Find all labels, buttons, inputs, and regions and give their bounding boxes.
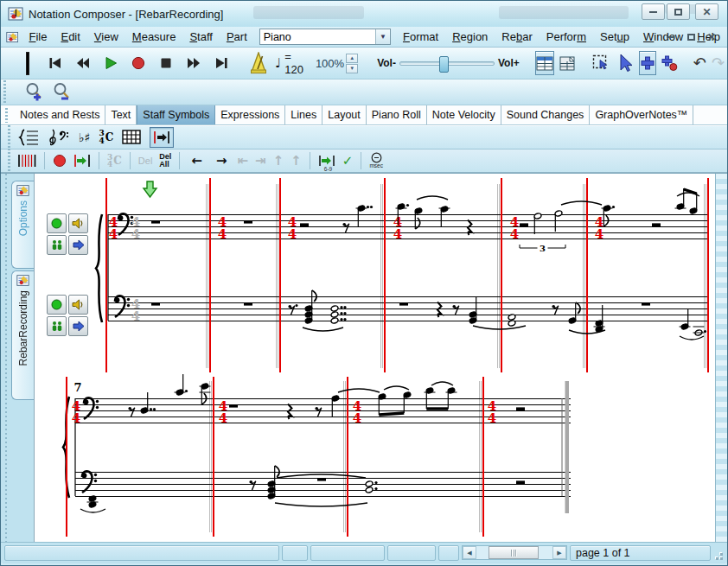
palette-tab-note-velocity[interactable]: Note Velocity: [427, 105, 501, 124]
panel-grip[interactable]: [3, 174, 10, 544]
menu-file[interactable]: File: [22, 29, 54, 45]
spin-up-button[interactable]: ▲: [346, 54, 358, 63]
skip-to-start-icon: [48, 56, 62, 70]
palette-tab-notes-and-rests[interactable]: Notes and Rests: [15, 105, 105, 124]
menu-staff[interactable]: Staff: [182, 29, 220, 45]
menu-setup[interactable]: Setup: [593, 29, 636, 45]
record-button[interactable]: [127, 52, 150, 74]
staff-record-button[interactable]: [47, 295, 67, 315]
score-canvas[interactable]: 44444444444444344444444447: [34, 174, 717, 544]
staff-brace-button[interactable]: [18, 127, 39, 148]
metronome-button[interactable]: [248, 52, 269, 74]
resize-grip[interactable]: [713, 545, 724, 561]
window-view-button[interactable]: [558, 51, 577, 75]
scroll-right-button[interactable]: ▶: [552, 546, 566, 559]
skip-to-start-button[interactable]: [44, 52, 67, 74]
prev-rebar-button[interactable]: ←: [191, 151, 202, 171]
menu-view[interactable]: View: [87, 29, 125, 45]
play-button[interactable]: [99, 52, 122, 74]
vertical-scrollbar[interactable]: [715, 174, 727, 544]
palette-tab-sound-changes[interactable]: Sound Changes: [501, 105, 591, 124]
accidentals-button[interactable]: ♭♯: [79, 127, 90, 148]
rewind-button[interactable]: [72, 52, 94, 74]
menu-part[interactable]: Part: [220, 29, 254, 45]
staff-listen-button[interactable]: [68, 213, 88, 233]
toolbar-grip[interactable]: [8, 125, 10, 149]
next-rebar-button[interactable]: →: [216, 151, 227, 171]
maximize-button[interactable]: [667, 3, 690, 20]
menu-format[interactable]: Format: [396, 29, 445, 45]
mdi-restore-button[interactable]: [682, 29, 699, 44]
spin-down-button[interactable]: ▼: [346, 64, 358, 73]
score-svg[interactable]: 44444444444444344444444447: [43, 174, 718, 544]
stop-button[interactable]: [155, 52, 177, 74]
palette-tab-text[interactable]: Text: [105, 105, 137, 124]
redo-icon: ↷: [712, 55, 725, 71]
fast-forward-button[interactable]: [182, 52, 205, 74]
staff-voices-button[interactable]: [47, 316, 67, 336]
scrollbar-thumb[interactable]: [489, 546, 539, 559]
rebar-record-button[interactable]: [53, 151, 67, 171]
document-icon: [6, 30, 18, 44]
meter-button[interactable]: 34 C: [99, 127, 113, 148]
toolbar-grip[interactable]: [8, 149, 10, 173]
add-note-record-button[interactable]: [660, 51, 679, 75]
palette-tab-piano-roll[interactable]: Piano Roll: [367, 105, 427, 124]
select-arrow-button[interactable]: [615, 51, 635, 75]
marquee-select-button[interactable]: [591, 51, 611, 75]
sidebar-tab-label: Options: [17, 200, 29, 236]
barlines-grid-button[interactable]: [122, 127, 141, 148]
undo-button[interactable]: ↶: [693, 52, 706, 74]
volume-slider[interactable]: [399, 61, 495, 66]
skip-to-end-button[interactable]: [210, 52, 233, 74]
horizontal-scrollbar[interactable]: ◀ ▶: [462, 545, 567, 560]
zoom-out-button[interactable]: [51, 81, 73, 104]
palette-tab-lines[interactable]: Lines: [285, 105, 322, 124]
marquee-select-icon: [591, 54, 610, 73]
apply-range-button[interactable]: 6-9: [318, 151, 335, 171]
rebar-lines-button[interactable]: [17, 151, 36, 171]
menu-edit[interactable]: Edit: [54, 29, 86, 45]
separator: [44, 152, 45, 169]
palette-tab-staff-symbols[interactable]: Staff Symbols: [137, 105, 215, 124]
staff-forward-button[interactable]: [68, 235, 88, 255]
goto-rebar-button[interactable]: [73, 151, 91, 171]
meter-icon: 34: [99, 130, 104, 143]
confirm-button[interactable]: ✓: [342, 151, 354, 171]
svg-text:4: 4: [353, 410, 361, 426]
msec-clock-button[interactable]: msec: [369, 151, 383, 171]
clefs-button[interactable]: [48, 127, 70, 148]
sidebar-tab-options[interactable]: Options: [11, 181, 34, 269]
close-icon: ✕: [702, 7, 711, 17]
close-button[interactable]: ✕: [695, 3, 718, 20]
toolbar-grip[interactable]: [3, 80, 6, 105]
page-view-button[interactable]: [535, 51, 554, 75]
menu-measure[interactable]: Measure: [125, 29, 183, 45]
part-selector[interactable]: Piano ▼: [259, 29, 391, 45]
staff-forward-button[interactable]: [68, 316, 88, 336]
tempo-control[interactable]: ♩ = 120: [275, 50, 303, 76]
staff-record-button[interactable]: [47, 213, 67, 233]
svg-text:3: 3: [540, 244, 546, 253]
menu-rebar[interactable]: Rebar: [495, 29, 539, 45]
palette-tab-layout[interactable]: Layout: [322, 105, 367, 124]
mdi-minimize-button[interactable]: [661, 29, 679, 44]
volume-slider-thumb[interactable]: [439, 56, 449, 73]
staff-listen-button[interactable]: [68, 295, 88, 315]
toolbar-grip[interactable]: [5, 108, 8, 123]
minimize-button[interactable]: [642, 3, 665, 20]
insert-rebar-line-button[interactable]: [150, 127, 174, 148]
sidebar-tab-rebarrecording[interactable]: RebarRecording: [11, 270, 34, 400]
scroll-left-button[interactable]: ◀: [463, 546, 476, 559]
add-note-button[interactable]: [639, 51, 656, 75]
mdi-close-button[interactable]: ✕: [703, 29, 720, 44]
chevron-down-icon[interactable]: ▼: [375, 29, 390, 44]
staff-voices-button[interactable]: [47, 235, 67, 255]
menu-region[interactable]: Region: [445, 29, 495, 45]
redo-button[interactable]: ↷: [712, 52, 725, 74]
menu-perform[interactable]: Perform: [540, 29, 593, 45]
zoom-in-button[interactable]: [23, 81, 46, 104]
palette-tab-graphovernotes-[interactable]: GraphOverNotes™: [590, 105, 693, 124]
delete-all-button[interactable]: DelAll: [159, 151, 171, 171]
palette-tab-expressions[interactable]: Expressions: [215, 105, 285, 124]
